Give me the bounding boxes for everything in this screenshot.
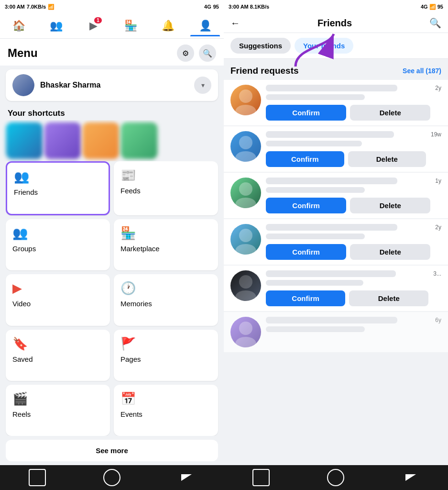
- bottom-square-button-left[interactable]: [29, 469, 46, 486]
- request-mutual-blur-2: [266, 141, 362, 146]
- feeds-label: Feeds: [120, 187, 211, 195]
- menu-header: Menu ⚙ 🔍: [0, 39, 224, 66]
- tab-suggestions[interactable]: Suggestions: [230, 38, 291, 54]
- delete-button-1[interactable]: Delete: [350, 105, 430, 121]
- pages-label: Pages: [120, 355, 211, 363]
- menu-card-friends[interactable]: 👥 Friends: [6, 161, 110, 215]
- shortcut-2[interactable]: [44, 122, 81, 159]
- shortcut-3[interactable]: [83, 122, 120, 159]
- profile-dropdown-button[interactable]: ▾: [194, 77, 211, 94]
- right-status-bar: 3:00 AM 8.1KB/s 4G 📶 95: [224, 0, 448, 13]
- request-buttons-4: Confirm Delete: [266, 244, 430, 260]
- marketplace-icon: 🏪: [120, 226, 136, 241]
- bottom-back-button-right[interactable]: [402, 469, 419, 486]
- confirm-button-4[interactable]: Confirm: [266, 244, 346, 260]
- nav-video[interactable]: ▶ 1: [75, 15, 112, 36]
- confirm-button-3[interactable]: Confirm: [266, 198, 346, 213]
- shortcut-4[interactable]: [121, 122, 158, 159]
- svg-point-1: [239, 89, 252, 103]
- see-more-button[interactable]: See more: [6, 440, 218, 461]
- pages-icon: 🚩: [120, 336, 136, 351]
- reels-icon: 🎬: [12, 391, 28, 406]
- status-bar-right: 4G 95: [204, 4, 219, 10]
- profile-row[interactable]: Bhaskar Sharma ▾: [6, 69, 218, 101]
- bottom-circle-button-left[interactable]: [103, 469, 120, 486]
- delete-button-3[interactable]: Delete: [350, 198, 430, 213]
- request-time-4: 2y: [435, 224, 441, 231]
- svg-point-4: [235, 151, 256, 162]
- request-info-3: Confirm Delete: [266, 178, 430, 213]
- groups-label: Groups: [12, 245, 103, 253]
- request-avatar-1: [230, 85, 261, 115]
- events-label: Events: [120, 410, 211, 418]
- nav-store[interactable]: 🏪: [112, 15, 149, 36]
- nav-home[interactable]: 🏠: [0, 15, 37, 36]
- home-icon: 🏠: [12, 20, 25, 32]
- left-status-bar: 3:00 AM 7.0KB/s 📶 4G 95: [0, 0, 224, 13]
- request-avatar-6: [230, 317, 261, 347]
- svg-point-9: [239, 275, 252, 289]
- menu-card-marketplace[interactable]: 🏪 Marketplace: [114, 219, 218, 270]
- nav-bell[interactable]: 🔔: [149, 15, 186, 36]
- time-right: 3:00 AM: [229, 4, 249, 10]
- video-label: Video: [12, 300, 103, 308]
- search-button-left[interactable]: 🔍: [199, 45, 216, 62]
- nav-people[interactable]: 👥: [37, 15, 75, 36]
- request-row-2: Confirm Delete 19w: [224, 126, 448, 172]
- menu-card-feeds[interactable]: 📰 Feeds: [114, 161, 218, 215]
- back-triangle-icon-left: [181, 474, 192, 481]
- avatar-svg-6: [230, 317, 261, 347]
- avatar-svg-1: [230, 85, 261, 115]
- settings-button[interactable]: ⚙: [177, 45, 194, 62]
- svg-point-11: [239, 322, 252, 335]
- request-time-1: 2y: [435, 85, 441, 91]
- see-all-link[interactable]: See all (187): [403, 67, 441, 75]
- request-buttons-5: Confirm Delete: [266, 290, 428, 306]
- menu-card-memories[interactable]: 🕐 Memories: [114, 274, 218, 325]
- svg-point-6: [235, 198, 256, 208]
- status-bar-left: 3:00 AM 7.0KB/s 📶: [5, 4, 55, 10]
- request-name-blur-4: [266, 224, 397, 231]
- shortcut-1[interactable]: [6, 122, 43, 159]
- request-mutual-blur-6: [266, 326, 365, 332]
- search-icon-right[interactable]: 🔍: [429, 17, 441, 29]
- delete-button-2[interactable]: Delete: [348, 151, 426, 167]
- menu-card-pages[interactable]: 🚩 Pages: [114, 330, 218, 381]
- people-icon: 👥: [50, 20, 63, 32]
- tab-suggestions-label: Suggestions: [239, 42, 282, 50]
- shortcuts-label: Your shortcuts: [0, 105, 224, 120]
- tab-your-friends[interactable]: Your friends: [295, 38, 353, 54]
- request-time-3: 1y: [435, 178, 441, 184]
- request-time-5: 3...: [433, 270, 441, 277]
- marketplace-label: Marketplace: [120, 245, 211, 253]
- request-row-4: Confirm Delete 2y: [224, 219, 448, 265]
- menu-card-saved[interactable]: 🔖 Saved: [6, 330, 110, 381]
- svg-point-8: [235, 244, 256, 255]
- confirm-button-2[interactable]: Confirm: [266, 151, 344, 167]
- nav-profile[interactable]: 👤: [186, 15, 224, 36]
- delete-button-5[interactable]: Delete: [349, 290, 428, 306]
- video-menu-icon: ▶: [12, 281, 28, 296]
- tab-your-friends-label: Your friends: [303, 42, 345, 50]
- menu-card-video[interactable]: ▶ Video: [6, 274, 110, 325]
- menu-card-groups[interactable]: 👥 Groups: [6, 219, 110, 270]
- right-status-left: 3:00 AM 8.1KB/s: [229, 4, 269, 10]
- back-arrow-button[interactable]: ←: [230, 18, 240, 29]
- bottom-square-button-right[interactable]: [252, 469, 270, 486]
- profile-avatar: [12, 74, 34, 96]
- bottom-circle-button-right[interactable]: [327, 469, 344, 486]
- svg-point-10: [235, 290, 256, 301]
- confirm-button-1[interactable]: Confirm: [266, 105, 346, 121]
- menu-card-events[interactable]: 📅 Events: [114, 385, 218, 436]
- confirm-button-5[interactable]: Confirm: [266, 290, 345, 306]
- menu-card-reels[interactable]: 🎬 Reels: [6, 385, 110, 436]
- request-row-5: Confirm Delete 3...: [224, 266, 448, 311]
- shortcuts-row: [0, 120, 224, 161]
- feeds-icon: 📰: [120, 168, 136, 183]
- request-row-3: Confirm Delete 1y: [224, 173, 448, 218]
- data-speed-right: 8.1KB/s: [250, 4, 269, 10]
- bottom-back-button-left[interactable]: [178, 469, 195, 486]
- delete-button-4[interactable]: Delete: [350, 244, 430, 260]
- request-buttons-3: Confirm Delete: [266, 198, 430, 213]
- svg-point-5: [239, 182, 252, 196]
